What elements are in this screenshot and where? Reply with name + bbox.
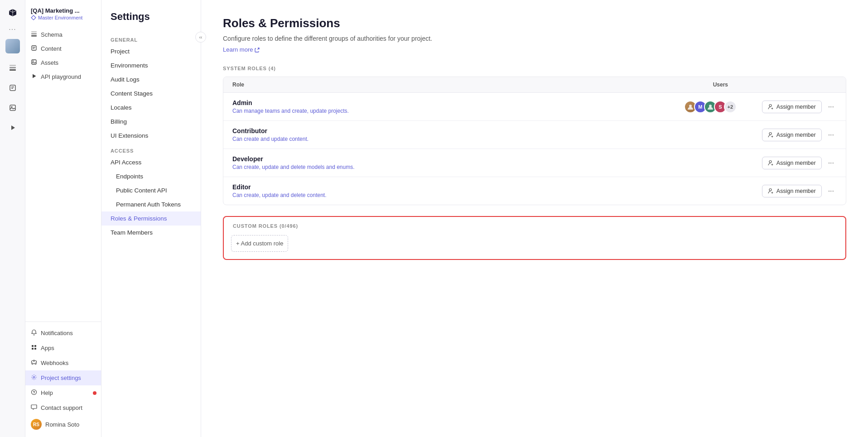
sidebar-notifications[interactable]: Notifications	[25, 326, 101, 341]
nav-assets-item[interactable]: Assets	[25, 56, 101, 70]
settings-endpoints[interactable]: Endpoints	[101, 169, 201, 183]
assign-member-button[interactable]: Assign member	[762, 185, 822, 197]
icon-nav: ···	[0, 0, 25, 437]
sidebar-apps[interactable]: Apps	[25, 341, 101, 355]
settings-permanent-auth-tokens[interactable]: Permanent Auth Tokens	[101, 197, 201, 211]
collapse-sidebar-button[interactable]: ‹‹	[195, 32, 206, 43]
project-environment: Master Environment	[31, 15, 96, 20]
system-roles-table: Role Users Admin Can manage teams and cr…	[223, 77, 846, 205]
settings-api-access[interactable]: API Access	[101, 155, 201, 169]
table-row: Admin Can manage teams and create, updat…	[223, 93, 846, 121]
admin-role-actions: Assign member ···	[762, 101, 837, 113]
system-roles-label: SYSTEM ROLES (4)	[223, 66, 846, 71]
table-row: Editor Can create, update and delete con…	[223, 177, 846, 205]
svg-rect-2	[10, 69, 16, 71]
custom-roles-section: CUSTOM ROLES (0/496) + Add custom role	[223, 216, 846, 260]
admin-avatar-stack: M S +2	[684, 101, 737, 113]
settings-audit-logs[interactable]: Audit Logs	[101, 72, 201, 86]
page-title: Roles & Permissions	[223, 16, 846, 30]
editor-role-desc: Can create, update and delete content.	[232, 192, 679, 198]
add-custom-role-button[interactable]: + Add custom role	[231, 235, 288, 252]
editor-role-name: Editor	[232, 183, 679, 191]
nav-schema-item[interactable]: Schema	[25, 28, 101, 42]
admin-more-button[interactable]: ···	[825, 101, 837, 113]
developer-role-info: Developer Can create, update and delete …	[232, 155, 679, 170]
table-row: Developer Can create, update and delete …	[223, 149, 846, 177]
nav-api-item[interactable]: API playground	[25, 70, 101, 84]
svg-rect-21	[34, 348, 36, 350]
developer-more-button[interactable]: ···	[825, 157, 837, 169]
learn-more-link[interactable]: Learn more	[223, 46, 260, 53]
settings-project[interactable]: Project	[101, 44, 201, 58]
nav-content-item[interactable]: Content	[25, 42, 101, 56]
settings-billing[interactable]: Billing	[101, 115, 201, 129]
contributor-role-desc: Can create and update content.	[232, 136, 679, 142]
bell-icon	[31, 329, 37, 337]
avatar-count: +2	[724, 101, 737, 113]
contributor-role-actions: Assign member ···	[762, 129, 837, 141]
nav-content[interactable]	[4, 79, 22, 97]
svg-point-30	[769, 105, 772, 107]
help-label: Help	[41, 389, 53, 396]
settings-ui-extensions[interactable]: UI Extensions	[101, 129, 201, 143]
sidebar-help[interactable]: Help	[25, 385, 101, 400]
webhooks-icon	[31, 359, 37, 367]
settings-public-content-api[interactable]: Public Content API	[101, 183, 201, 197]
role-column-header: Role	[232, 82, 713, 88]
page-description: Configure roles to define the different …	[223, 35, 846, 42]
admin-role-info: Admin Can manage teams and create, updat…	[232, 99, 679, 114]
svg-rect-18	[32, 345, 34, 347]
assign-member-button[interactable]: Assign member	[762, 157, 822, 169]
svg-point-24	[34, 360, 35, 361]
editor-role-info: Editor Can create, update and delete con…	[232, 183, 679, 198]
svg-rect-20	[32, 348, 34, 350]
user-name-label: Romina Soto	[45, 421, 79, 428]
admin-role-users: M S +2	[684, 101, 757, 113]
assign-member-button[interactable]: Assign member	[762, 129, 822, 141]
notifications-label: Notifications	[41, 330, 73, 336]
svg-rect-15	[32, 60, 36, 64]
developer-role-actions: Assign member ···	[762, 157, 837, 169]
project-settings-label: Project settings	[41, 375, 81, 381]
sidebar-webhooks[interactable]: Webhooks	[25, 355, 101, 370]
brand-logo[interactable]	[4, 5, 22, 20]
table-header: Role Users	[223, 77, 846, 93]
settings-roles-permissions[interactable]: Roles & Permissions	[101, 211, 201, 226]
sidebar-user[interactable]: RS Romina Soto	[25, 415, 101, 433]
svg-rect-11	[31, 35, 37, 37]
nav-assets[interactable]	[4, 99, 22, 117]
developer-role-name: Developer	[232, 155, 679, 163]
settings-title: Settings	[101, 11, 201, 32]
help-notification-dot	[93, 391, 96, 395]
content-icon	[31, 45, 37, 53]
contributor-role-name: Contributor	[232, 127, 679, 134]
project-name: [QA] Marketing ...	[31, 7, 96, 14]
nav-schema[interactable]	[4, 59, 22, 77]
assets-icon	[31, 59, 37, 67]
custom-roles-label: CUSTOM ROLES (0/496)	[224, 217, 845, 235]
svg-rect-3	[10, 85, 15, 91]
access-section-label: ACCESS	[101, 143, 201, 155]
apps-icon	[31, 344, 37, 352]
contributor-role-info: Contributor Can create and update conten…	[232, 127, 679, 142]
sidebar-contact-support[interactable]: Contact support	[25, 400, 101, 415]
assign-member-button[interactable]: Assign member	[762, 101, 822, 113]
brand-dots: ···	[9, 25, 16, 34]
project-avatar[interactable]	[5, 39, 20, 53]
left-sidebar: [QA] Marketing ... Master Environment Sc…	[25, 0, 101, 437]
svg-point-25	[33, 376, 35, 378]
nav-api-playground[interactable]	[4, 119, 22, 137]
svg-rect-10	[31, 34, 37, 35]
editor-more-button[interactable]: ···	[825, 185, 837, 197]
general-section-label: GENERAL	[101, 32, 201, 44]
assets-label: Assets	[41, 59, 58, 66]
svg-point-7	[11, 106, 12, 108]
sidebar-project-settings[interactable]: Project settings	[25, 370, 101, 385]
contributor-more-button[interactable]: ···	[825, 129, 837, 141]
svg-rect-1	[10, 67, 16, 68]
svg-rect-0	[10, 65, 16, 66]
settings-content-stages[interactable]: Content Stages	[101, 86, 201, 101]
settings-team-members[interactable]: Team Members	[101, 226, 201, 240]
settings-locales[interactable]: Locales	[101, 101, 201, 115]
settings-environments[interactable]: Environments	[101, 58, 201, 72]
